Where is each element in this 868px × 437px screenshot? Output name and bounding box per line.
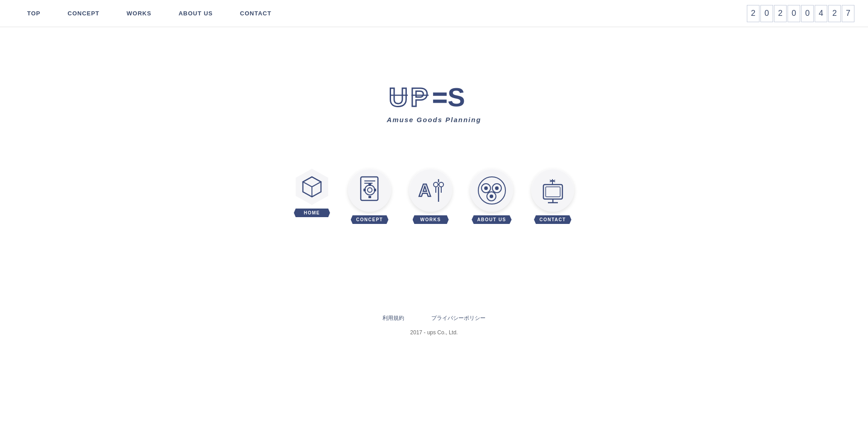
concept-label: CONCEPT xyxy=(351,215,388,224)
svg-rect-16 xyxy=(363,189,366,191)
icon-nav-contact[interactable]: CONTACT xyxy=(531,169,574,224)
logo-svg: U P = S xyxy=(389,81,479,113)
date-digit-6: 4 xyxy=(815,5,827,22)
svg-text:A: A xyxy=(419,181,431,200)
svg-point-12 xyxy=(365,185,375,195)
svg-point-32 xyxy=(495,186,499,190)
svg-rect-15 xyxy=(368,196,371,198)
nav-works[interactable]: WORKS xyxy=(113,0,165,27)
date-digit-1: 2 xyxy=(747,5,760,22)
nav-links: TOP CONCEPT WORKS ABOUT US CONTACT xyxy=(14,0,285,27)
footer-privacy[interactable]: プライバシーポリシー xyxy=(431,314,486,322)
date-digit-2: 0 xyxy=(760,5,773,22)
nav-concept[interactable]: CONCEPT xyxy=(54,0,113,27)
contact-icon xyxy=(538,175,567,206)
nav-top[interactable]: TOP xyxy=(14,0,54,27)
logo-container: U P = S Amuse Goods Planning xyxy=(387,81,481,124)
aboutus-label: ABOUT US xyxy=(472,215,511,224)
icon-nav-home[interactable]: HOME xyxy=(294,169,330,217)
icon-navigation: HOME xyxy=(294,169,574,224)
works-label: WORKS xyxy=(413,215,449,224)
navbar: TOP CONCEPT WORKS ABOUT US CONTACT 2 0 2… xyxy=(0,0,868,27)
footer-copyright: 2017 - ups Co., Ltd. xyxy=(0,329,868,336)
date-digit-4: 0 xyxy=(788,5,800,22)
date-digit-5: 0 xyxy=(801,5,814,22)
date-digit-8: 7 xyxy=(842,5,854,22)
svg-point-22 xyxy=(439,182,443,187)
footer: 利用規約 プライバシーポリシー 2017 - ups Co., Ltd. xyxy=(0,314,868,349)
date-counter: 2 0 2 0 0 4 2 7 xyxy=(747,5,854,22)
icon-nav-concept[interactable]: CONCEPT xyxy=(348,169,391,224)
aboutus-icon xyxy=(476,175,508,206)
svg-rect-17 xyxy=(374,189,376,191)
icon-nav-aboutus[interactable]: ABOUT US xyxy=(470,169,513,224)
svg-marker-7 xyxy=(303,177,321,187)
svg-text:S: S xyxy=(448,82,465,112)
home-icon xyxy=(300,175,324,199)
date-digit-3: 2 xyxy=(774,5,787,22)
svg-point-30 xyxy=(484,186,488,190)
icon-nav-works[interactable]: A WORKS xyxy=(409,169,452,224)
aboutus-icon-container xyxy=(470,169,513,212)
svg-text:U: U xyxy=(389,82,409,112)
footer-terms[interactable]: 利用規約 xyxy=(382,314,404,322)
works-icon: A xyxy=(416,175,445,206)
svg-point-21 xyxy=(434,182,438,187)
svg-text:P: P xyxy=(410,82,428,112)
svg-point-34 xyxy=(490,195,493,198)
nav-contact[interactable]: CONTACT xyxy=(226,0,285,27)
main-content: U P = S Amuse Goods Planning xyxy=(0,27,868,224)
concept-icon xyxy=(356,175,383,206)
svg-rect-36 xyxy=(546,187,560,197)
home-label: HOME xyxy=(294,209,330,217)
contact-label: CONTACT xyxy=(534,215,571,224)
concept-icon-container xyxy=(348,169,391,212)
svg-point-13 xyxy=(368,188,372,192)
nav-about[interactable]: ABOUT US xyxy=(165,0,226,27)
contact-icon-container xyxy=(531,169,574,212)
home-icon-container xyxy=(294,169,330,205)
footer-links: 利用規約 プライバシーポリシー xyxy=(0,314,868,322)
date-digit-7: 2 xyxy=(828,5,841,22)
svg-rect-14 xyxy=(368,184,371,186)
logo-subtitle: Amuse Goods Planning xyxy=(387,116,481,124)
works-icon-container: A xyxy=(409,169,452,212)
svg-text:=: = xyxy=(432,82,448,112)
